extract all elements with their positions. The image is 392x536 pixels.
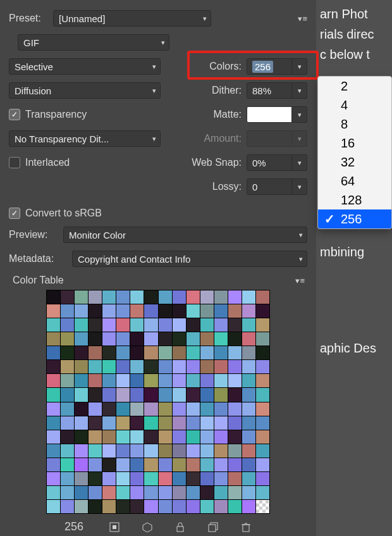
color-swatch[interactable]: [61, 360, 74, 373]
color-swatch[interactable]: [159, 374, 172, 387]
color-swatch[interactable]: [159, 472, 172, 485]
color-swatch[interactable]: [116, 318, 130, 332]
color-swatch[interactable]: [130, 360, 144, 373]
color-swatch[interactable]: [200, 402, 214, 416]
color-swatch[interactable]: [256, 290, 269, 304]
color-swatch[interactable]: [144, 486, 157, 499]
color-swatch[interactable]: [214, 388, 228, 401]
color-swatch[interactable]: [102, 374, 116, 387]
dither-algo-dropdown[interactable]: Diffusion ▾: [9, 82, 161, 99]
interlaced-checkbox[interactable]: [9, 157, 20, 168]
color-swatch[interactable]: [61, 444, 74, 458]
color-swatch[interactable]: [159, 402, 172, 416]
color-swatch[interactable]: [228, 472, 242, 485]
color-swatch[interactable]: [102, 430, 116, 444]
color-swatch[interactable]: [89, 346, 102, 359]
color-swatch[interactable]: [116, 458, 130, 471]
color-swatch[interactable]: [214, 444, 228, 458]
color-swatch[interactable]: [130, 290, 144, 304]
color-swatch[interactable]: [75, 500, 88, 513]
color-swatch[interactable]: [242, 472, 255, 485]
color-swatch[interactable]: [214, 374, 228, 387]
color-swatch[interactable]: [75, 458, 88, 471]
color-swatch[interactable]: [116, 472, 130, 485]
color-swatch[interactable]: [242, 430, 255, 444]
colors-option-4[interactable]: 4: [318, 96, 391, 115]
color-swatch[interactable]: [47, 416, 60, 430]
color-swatch[interactable]: [173, 304, 186, 318]
preview-dropdown[interactable]: Monitor Color ▾: [63, 227, 307, 243]
color-swatch[interactable]: [102, 444, 116, 458]
cube-icon[interactable]: [142, 521, 153, 533]
color-swatch[interactable]: [159, 388, 172, 401]
color-swatch[interactable]: [130, 458, 144, 471]
color-swatch[interactable]: [187, 304, 200, 318]
color-swatch[interactable]: [187, 458, 200, 471]
color-swatch[interactable]: [200, 486, 214, 499]
color-swatch[interactable]: [200, 500, 214, 513]
color-swatch[interactable]: [61, 416, 74, 430]
color-swatch[interactable]: [47, 458, 60, 471]
color-swatch[interactable]: [228, 374, 242, 387]
color-swatch[interactable]: [130, 444, 144, 458]
color-swatch[interactable]: [187, 360, 200, 373]
color-swatch[interactable]: [47, 304, 60, 318]
color-swatch[interactable]: [228, 486, 242, 499]
color-swatch[interactable]: [200, 304, 214, 318]
color-swatch[interactable]: [130, 430, 144, 444]
color-swatch[interactable]: [242, 500, 255, 513]
color-swatch[interactable]: [173, 486, 186, 499]
color-swatch[interactable]: [214, 402, 228, 416]
colors-option-32[interactable]: 32: [318, 153, 391, 171]
color-swatch[interactable]: [159, 458, 172, 471]
color-swatch[interactable]: [144, 290, 157, 304]
color-swatch[interactable]: [144, 472, 157, 485]
dither-stepper[interactable]: ▾: [292, 82, 307, 99]
color-swatch[interactable]: [173, 430, 186, 444]
color-swatch[interactable]: [214, 360, 228, 373]
color-swatch[interactable]: [228, 360, 242, 373]
color-swatch[interactable]: [214, 458, 228, 471]
color-swatch[interactable]: [200, 374, 214, 387]
websnap-input[interactable]: 0%: [247, 154, 292, 171]
color-swatch[interactable]: [75, 388, 88, 401]
color-swatch[interactable]: [116, 360, 130, 373]
color-swatch[interactable]: [116, 444, 130, 458]
color-swatch[interactable]: [242, 290, 255, 304]
color-swatch[interactable]: [187, 430, 200, 444]
color-swatch[interactable]: [242, 444, 255, 458]
color-swatch[interactable]: [228, 430, 242, 444]
color-swatch[interactable]: [256, 472, 269, 485]
color-swatch[interactable]: [228, 388, 242, 401]
color-swatch[interactable]: [89, 486, 102, 499]
color-swatch[interactable]: [89, 290, 102, 304]
color-swatch[interactable]: [200, 430, 214, 444]
color-swatch[interactable]: [61, 430, 74, 444]
color-swatch[interactable]: [61, 500, 74, 513]
color-swatch[interactable]: [47, 430, 60, 444]
websnap-stepper[interactable]: ▾: [292, 154, 307, 171]
color-swatch[interactable]: [116, 290, 130, 304]
color-swatch[interactable]: [144, 388, 157, 401]
color-swatch[interactable]: [200, 318, 214, 332]
color-swatch[interactable]: [102, 332, 116, 346]
color-swatch[interactable]: [187, 486, 200, 499]
color-swatch[interactable]: [47, 360, 60, 373]
color-swatch[interactable]: [130, 472, 144, 485]
preset-dropdown[interactable]: [Unnamed] ▾: [53, 10, 211, 27]
trash-icon[interactable]: [240, 521, 252, 533]
color-swatch[interactable]: [159, 486, 172, 499]
color-swatch[interactable]: [242, 332, 255, 346]
color-swatch[interactable]: [228, 346, 242, 359]
color-swatch[interactable]: [130, 402, 144, 416]
color-swatch[interactable]: [228, 500, 242, 513]
color-swatch[interactable]: [75, 416, 88, 430]
matte-swatch[interactable]: [247, 106, 292, 123]
color-swatch[interactable]: [242, 360, 255, 373]
color-swatch[interactable]: [61, 290, 74, 304]
color-swatch[interactable]: [89, 416, 102, 430]
format-dropdown[interactable]: GIF ▾: [18, 34, 169, 51]
color-swatch[interactable]: [130, 416, 144, 430]
color-swatch[interactable]: [187, 374, 200, 387]
color-swatch[interactable]: [61, 388, 74, 401]
